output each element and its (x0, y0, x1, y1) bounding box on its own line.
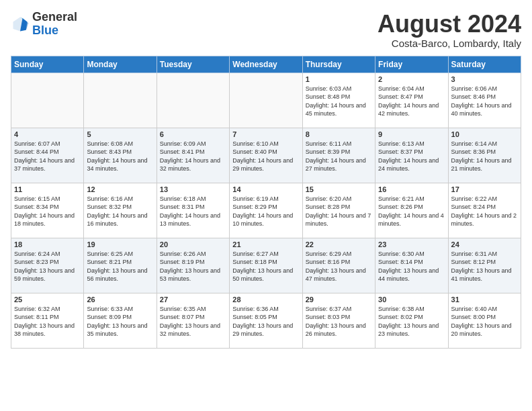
day-number: 11 (14, 185, 81, 193)
day-number: 20 (160, 240, 226, 248)
calendar-day: 27Sunrise: 6:35 AM Sunset: 8:07 PM Dayli… (157, 293, 229, 348)
day-info: Sunrise: 6:09 AM Sunset: 8:41 PM Dayligh… (160, 140, 226, 173)
calendar-day: 4Sunrise: 6:07 AM Sunset: 8:44 PM Daylig… (11, 128, 84, 183)
day-number: 4 (14, 130, 81, 138)
calendar-day: 11Sunrise: 6:15 AM Sunset: 8:34 PM Dayli… (11, 183, 84, 238)
calendar-table: SundayMondayTuesdayWednesdayThursdayFrid… (11, 56, 521, 349)
calendar-day: 13Sunrise: 6:18 AM Sunset: 8:31 PM Dayli… (157, 183, 229, 238)
day-info: Sunrise: 6:24 AM Sunset: 8:23 PM Dayligh… (14, 250, 81, 283)
logo-blue: Blue (32, 24, 58, 37)
day-info: Sunrise: 6:20 AM Sunset: 8:28 PM Dayligh… (306, 195, 372, 228)
day-info: Sunrise: 6:22 AM Sunset: 8:24 PM Dayligh… (451, 195, 518, 228)
day-info: Sunrise: 6:25 AM Sunset: 8:21 PM Dayligh… (87, 250, 153, 283)
day-info: Sunrise: 6:32 AM Sunset: 8:11 PM Dayligh… (14, 305, 81, 338)
calendar-day (84, 73, 157, 128)
day-number: 5 (87, 130, 153, 138)
day-info: Sunrise: 6:40 AM Sunset: 8:00 PM Dayligh… (451, 305, 518, 338)
day-number: 21 (232, 240, 299, 248)
day-number: 13 (160, 185, 226, 193)
day-number: 25 (14, 295, 81, 304)
calendar-day: 20Sunrise: 6:26 AM Sunset: 8:19 PM Dayli… (157, 238, 229, 293)
day-info: Sunrise: 6:31 AM Sunset: 8:12 PM Dayligh… (451, 250, 518, 283)
day-info: Sunrise: 6:10 AM Sunset: 8:40 PM Dayligh… (232, 140, 299, 173)
day-number: 18 (14, 240, 81, 248)
day-number: 23 (378, 240, 445, 248)
weekday-header: Thursday (302, 56, 375, 73)
day-number: 14 (232, 185, 299, 193)
day-info: Sunrise: 6:35 AM Sunset: 8:07 PM Dayligh… (160, 305, 226, 338)
day-info: Sunrise: 6:03 AM Sunset: 8:48 PM Dayligh… (306, 85, 372, 118)
month-title: August 2024 (378, 11, 521, 38)
calendar-day (11, 73, 84, 128)
day-number: 24 (451, 240, 518, 248)
calendar-day: 29Sunrise: 6:37 AM Sunset: 8:03 PM Dayli… (302, 293, 375, 348)
calendar-day: 30Sunrise: 6:38 AM Sunset: 8:02 PM Dayli… (375, 293, 448, 348)
calendar-day: 5Sunrise: 6:08 AM Sunset: 8:43 PM Daylig… (84, 128, 157, 183)
page: General Blue August 2024 Costa-Barco, Lo… (0, 0, 532, 355)
calendar-day: 22Sunrise: 6:29 AM Sunset: 8:16 PM Dayli… (302, 238, 375, 293)
day-number: 19 (87, 240, 153, 248)
calendar-week: 11Sunrise: 6:15 AM Sunset: 8:34 PM Dayli… (11, 183, 521, 238)
calendar-day: 6Sunrise: 6:09 AM Sunset: 8:41 PM Daylig… (157, 128, 229, 183)
day-number: 17 (451, 185, 518, 193)
day-number: 31 (451, 295, 518, 304)
calendar-day: 15Sunrise: 6:20 AM Sunset: 8:28 PM Dayli… (302, 183, 375, 238)
day-info: Sunrise: 6:29 AM Sunset: 8:16 PM Dayligh… (306, 250, 372, 283)
calendar-day: 19Sunrise: 6:25 AM Sunset: 8:21 PM Dayli… (84, 238, 157, 293)
day-info: Sunrise: 6:13 AM Sunset: 8:37 PM Dayligh… (378, 140, 445, 173)
day-number: 10 (451, 130, 518, 138)
day-info: Sunrise: 6:37 AM Sunset: 8:03 PM Dayligh… (306, 305, 372, 338)
calendar-day: 23Sunrise: 6:30 AM Sunset: 8:14 PM Dayli… (375, 238, 448, 293)
calendar-day (230, 73, 302, 128)
day-info: Sunrise: 6:08 AM Sunset: 8:43 PM Dayligh… (87, 140, 153, 173)
calendar-day: 21Sunrise: 6:27 AM Sunset: 8:18 PM Dayli… (230, 238, 302, 293)
day-number: 7 (232, 130, 299, 138)
day-info: Sunrise: 6:14 AM Sunset: 8:36 PM Dayligh… (451, 140, 518, 173)
calendar-day: 18Sunrise: 6:24 AM Sunset: 8:23 PM Dayli… (11, 238, 84, 293)
day-info: Sunrise: 6:15 AM Sunset: 8:34 PM Dayligh… (14, 195, 81, 228)
calendar-day: 28Sunrise: 6:36 AM Sunset: 8:05 PM Dayli… (230, 293, 302, 348)
weekday-header: Friday (375, 56, 448, 73)
day-number: 12 (87, 185, 153, 193)
weekday-header: Saturday (448, 56, 521, 73)
day-number: 3 (451, 75, 518, 83)
weekday-header: Sunday (11, 56, 84, 73)
calendar-day: 9Sunrise: 6:13 AM Sunset: 8:37 PM Daylig… (375, 128, 448, 183)
calendar-day: 24Sunrise: 6:31 AM Sunset: 8:12 PM Dayli… (448, 238, 521, 293)
day-info: Sunrise: 6:07 AM Sunset: 8:44 PM Dayligh… (14, 140, 81, 173)
weekday-header: Monday (84, 56, 157, 73)
day-info: Sunrise: 6:36 AM Sunset: 8:05 PM Dayligh… (232, 305, 299, 338)
day-info: Sunrise: 6:27 AM Sunset: 8:18 PM Dayligh… (232, 250, 299, 283)
day-info: Sunrise: 6:18 AM Sunset: 8:31 PM Dayligh… (160, 195, 226, 228)
day-number: 6 (160, 130, 226, 138)
calendar-day: 31Sunrise: 6:40 AM Sunset: 8:00 PM Dayli… (448, 293, 521, 348)
day-number: 26 (87, 295, 153, 304)
calendar-day: 1Sunrise: 6:03 AM Sunset: 8:48 PM Daylig… (302, 73, 375, 128)
calendar-day: 10Sunrise: 6:14 AM Sunset: 8:36 PM Dayli… (448, 128, 521, 183)
day-info: Sunrise: 6:19 AM Sunset: 8:29 PM Dayligh… (232, 195, 299, 228)
header-row: SundayMondayTuesdayWednesdayThursdayFrid… (11, 56, 521, 73)
calendar-day: 12Sunrise: 6:16 AM Sunset: 8:32 PM Dayli… (84, 183, 157, 238)
day-number: 30 (378, 295, 445, 304)
day-info: Sunrise: 6:04 AM Sunset: 8:47 PM Dayligh… (378, 85, 445, 118)
calendar-week: 25Sunrise: 6:32 AM Sunset: 8:11 PM Dayli… (11, 293, 521, 348)
calendar-day: 25Sunrise: 6:32 AM Sunset: 8:11 PM Dayli… (11, 293, 84, 348)
title-block: August 2024 Costa-Barco, Lombardy, Italy (378, 11, 521, 49)
calendar-day: 3Sunrise: 6:06 AM Sunset: 8:46 PM Daylig… (448, 73, 521, 128)
day-number: 27 (160, 295, 226, 304)
calendar-day: 7Sunrise: 6:10 AM Sunset: 8:40 PM Daylig… (230, 128, 302, 183)
day-number: 15 (306, 185, 372, 193)
day-number: 9 (378, 130, 445, 138)
day-number: 2 (378, 75, 445, 83)
day-number: 1 (306, 75, 372, 83)
weekday-header: Tuesday (157, 56, 229, 73)
day-info: Sunrise: 6:21 AM Sunset: 8:26 PM Dayligh… (378, 195, 445, 228)
day-info: Sunrise: 6:26 AM Sunset: 8:19 PM Dayligh… (160, 250, 226, 283)
calendar-day: 16Sunrise: 6:21 AM Sunset: 8:26 PM Dayli… (375, 183, 448, 238)
day-info: Sunrise: 6:33 AM Sunset: 8:09 PM Dayligh… (87, 305, 153, 338)
calendar-week: 4Sunrise: 6:07 AM Sunset: 8:44 PM Daylig… (11, 128, 521, 183)
day-info: Sunrise: 6:16 AM Sunset: 8:32 PM Dayligh… (87, 195, 153, 228)
day-info: Sunrise: 6:06 AM Sunset: 8:46 PM Dayligh… (451, 85, 518, 118)
day-info: Sunrise: 6:30 AM Sunset: 8:14 PM Dayligh… (378, 250, 445, 283)
calendar-day: 26Sunrise: 6:33 AM Sunset: 8:09 PM Dayli… (84, 293, 157, 348)
